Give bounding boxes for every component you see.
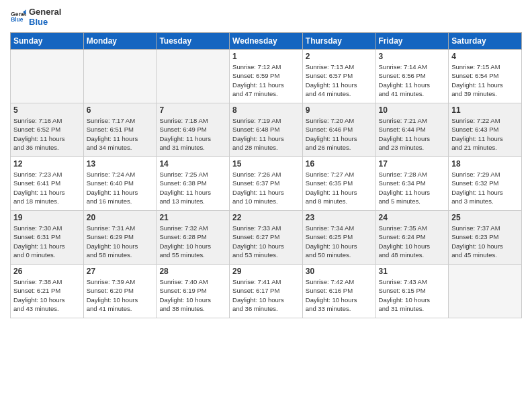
- day-info: Sunrise: 7:18 AMSunset: 6:49 PMDaylight:…: [159, 116, 226, 152]
- logo-icon: General Blue: [10, 9, 26, 25]
- empty-cell: [449, 265, 522, 318]
- empty-cell: [83, 50, 157, 103]
- day-info: Sunrise: 7:15 AMSunset: 6:54 PMDaylight:…: [451, 62, 519, 98]
- day-info: Sunrise: 7:13 AMSunset: 6:57 PMDaylight:…: [306, 62, 373, 98]
- day-number: 29: [232, 267, 300, 276]
- day-info: Sunrise: 7:25 AMSunset: 6:38 PMDaylight:…: [159, 170, 226, 205]
- day-number: 26: [13, 267, 81, 276]
- day-info: Sunrise: 7:30 AMSunset: 6:31 PMDaylight:…: [13, 224, 81, 259]
- day-number: 5: [13, 105, 81, 115]
- day-info: Sunrise: 7:17 AMSunset: 6:51 PMDaylight:…: [87, 116, 154, 152]
- day-header-saturday: Saturday: [449, 33, 522, 50]
- day-header-wednesday: Wednesday: [230, 33, 303, 50]
- page: General Blue General Blue SundayMondayTu…: [0, 0, 532, 411]
- day-cell-1: 1Sunrise: 7:12 AMSunset: 6:59 PMDaylight…: [230, 50, 303, 103]
- day-info: Sunrise: 7:27 AMSunset: 6:35 PMDaylight:…: [306, 170, 373, 205]
- day-info: Sunrise: 7:16 AMSunset: 6:52 PMDaylight:…: [13, 116, 81, 152]
- day-number: 12: [13, 159, 81, 169]
- day-cell-11: 11Sunrise: 7:22 AMSunset: 6:43 PMDayligh…: [449, 103, 522, 157]
- calendar-table: SundayMondayTuesdayWednesdayThursdayFrid…: [10, 32, 522, 318]
- logo: General Blue General Blue: [10, 7, 61, 27]
- day-number: 1: [232, 52, 300, 61]
- day-header-sunday: Sunday: [11, 33, 84, 50]
- day-cell-29: 29Sunrise: 7:41 AMSunset: 6:17 PMDayligh…: [230, 265, 303, 318]
- day-number: 6: [87, 105, 154, 115]
- day-cell-21: 21Sunrise: 7:32 AMSunset: 6:28 PMDayligh…: [157, 211, 230, 265]
- empty-cell: [157, 50, 230, 103]
- day-header-monday: Monday: [83, 33, 157, 50]
- day-number: 10: [379, 105, 446, 115]
- day-cell-2: 2Sunrise: 7:13 AMSunset: 6:57 PMDaylight…: [302, 50, 375, 103]
- empty-cell: [11, 50, 84, 103]
- day-cell-7: 7Sunrise: 7:18 AMSunset: 6:49 PMDaylight…: [157, 103, 230, 157]
- day-number: 14: [159, 159, 226, 169]
- day-info: Sunrise: 7:31 AMSunset: 6:29 PMDaylight:…: [87, 224, 154, 259]
- day-cell-17: 17Sunrise: 7:28 AMSunset: 6:34 PMDayligh…: [375, 157, 449, 211]
- day-cell-10: 10Sunrise: 7:21 AMSunset: 6:44 PMDayligh…: [375, 103, 449, 157]
- week-row: 1Sunrise: 7:12 AMSunset: 6:59 PMDaylight…: [11, 50, 522, 103]
- day-info: Sunrise: 7:24 AMSunset: 6:40 PMDaylight:…: [87, 170, 154, 205]
- week-row: 12Sunrise: 7:23 AMSunset: 6:41 PMDayligh…: [11, 157, 522, 211]
- week-row: 5Sunrise: 7:16 AMSunset: 6:52 PMDaylight…: [11, 103, 522, 157]
- day-number: 13: [87, 159, 154, 169]
- week-row: 26Sunrise: 7:38 AMSunset: 6:21 PMDayligh…: [11, 265, 522, 318]
- day-number: 17: [379, 159, 446, 169]
- day-info: Sunrise: 7:38 AMSunset: 6:21 PMDaylight:…: [13, 277, 81, 313]
- day-info: Sunrise: 7:20 AMSunset: 6:46 PMDaylight:…: [306, 116, 373, 152]
- day-number: 23: [306, 213, 373, 222]
- day-number: 3: [379, 52, 446, 61]
- week-row: 19Sunrise: 7:30 AMSunset: 6:31 PMDayligh…: [11, 211, 522, 265]
- header: General Blue General Blue: [10, 7, 522, 27]
- day-info: Sunrise: 7:28 AMSunset: 6:34 PMDaylight:…: [379, 170, 446, 205]
- day-cell-4: 4Sunrise: 7:15 AMSunset: 6:54 PMDaylight…: [449, 50, 522, 103]
- day-number: 15: [232, 159, 300, 169]
- day-cell-12: 12Sunrise: 7:23 AMSunset: 6:41 PMDayligh…: [11, 157, 84, 211]
- day-number: 28: [159, 267, 226, 276]
- day-number: 30: [306, 267, 373, 276]
- day-cell-18: 18Sunrise: 7:29 AMSunset: 6:32 PMDayligh…: [449, 157, 522, 211]
- day-cell-3: 3Sunrise: 7:14 AMSunset: 6:56 PMDaylight…: [375, 50, 449, 103]
- day-cell-30: 30Sunrise: 7:42 AMSunset: 6:16 PMDayligh…: [302, 265, 375, 318]
- day-number: 16: [306, 159, 373, 169]
- day-cell-6: 6Sunrise: 7:17 AMSunset: 6:51 PMDaylight…: [83, 103, 157, 157]
- day-cell-14: 14Sunrise: 7:25 AMSunset: 6:38 PMDayligh…: [157, 157, 230, 211]
- day-cell-13: 13Sunrise: 7:24 AMSunset: 6:40 PMDayligh…: [83, 157, 157, 211]
- day-info: Sunrise: 7:29 AMSunset: 6:32 PMDaylight:…: [451, 170, 519, 205]
- day-cell-5: 5Sunrise: 7:16 AMSunset: 6:52 PMDaylight…: [11, 103, 84, 157]
- day-cell-23: 23Sunrise: 7:34 AMSunset: 6:25 PMDayligh…: [302, 211, 375, 265]
- day-info: Sunrise: 7:42 AMSunset: 6:16 PMDaylight:…: [306, 277, 373, 313]
- svg-text:Blue: Blue: [11, 16, 24, 23]
- day-number: 20: [87, 213, 154, 222]
- logo-blue: Blue: [29, 17, 61, 27]
- day-header-thursday: Thursday: [302, 33, 375, 50]
- day-number: 21: [159, 213, 226, 222]
- day-info: Sunrise: 7:34 AMSunset: 6:25 PMDaylight:…: [306, 224, 373, 259]
- day-info: Sunrise: 7:39 AMSunset: 6:20 PMDaylight:…: [87, 277, 154, 313]
- day-info: Sunrise: 7:40 AMSunset: 6:19 PMDaylight:…: [159, 277, 226, 313]
- day-info: Sunrise: 7:43 AMSunset: 6:15 PMDaylight:…: [379, 277, 446, 313]
- day-number: 19: [13, 213, 81, 222]
- day-number: 27: [87, 267, 154, 276]
- day-cell-20: 20Sunrise: 7:31 AMSunset: 6:29 PMDayligh…: [83, 211, 157, 265]
- day-cell-27: 27Sunrise: 7:39 AMSunset: 6:20 PMDayligh…: [83, 265, 157, 318]
- day-info: Sunrise: 7:22 AMSunset: 6:43 PMDaylight:…: [451, 116, 519, 152]
- day-info: Sunrise: 7:41 AMSunset: 6:17 PMDaylight:…: [232, 277, 300, 313]
- day-info: Sunrise: 7:33 AMSunset: 6:27 PMDaylight:…: [232, 224, 300, 259]
- logo-general: General: [29, 7, 61, 17]
- day-number: 8: [232, 105, 300, 115]
- day-cell-8: 8Sunrise: 7:19 AMSunset: 6:48 PMDaylight…: [230, 103, 303, 157]
- day-cell-28: 28Sunrise: 7:40 AMSunset: 6:19 PMDayligh…: [157, 265, 230, 318]
- day-number: 4: [451, 52, 519, 61]
- header-row: SundayMondayTuesdayWednesdayThursdayFrid…: [11, 33, 522, 50]
- day-info: Sunrise: 7:12 AMSunset: 6:59 PMDaylight:…: [232, 62, 300, 98]
- day-number: 7: [159, 105, 226, 115]
- day-number: 11: [451, 105, 519, 115]
- day-cell-25: 25Sunrise: 7:37 AMSunset: 6:23 PMDayligh…: [449, 211, 522, 265]
- day-info: Sunrise: 7:37 AMSunset: 6:23 PMDaylight:…: [451, 224, 519, 259]
- day-number: 31: [379, 267, 446, 276]
- day-cell-19: 19Sunrise: 7:30 AMSunset: 6:31 PMDayligh…: [11, 211, 84, 265]
- day-info: Sunrise: 7:32 AMSunset: 6:28 PMDaylight:…: [159, 224, 226, 259]
- day-number: 2: [306, 52, 373, 61]
- day-number: 22: [232, 213, 300, 222]
- day-cell-9: 9Sunrise: 7:20 AMSunset: 6:46 PMDaylight…: [302, 103, 375, 157]
